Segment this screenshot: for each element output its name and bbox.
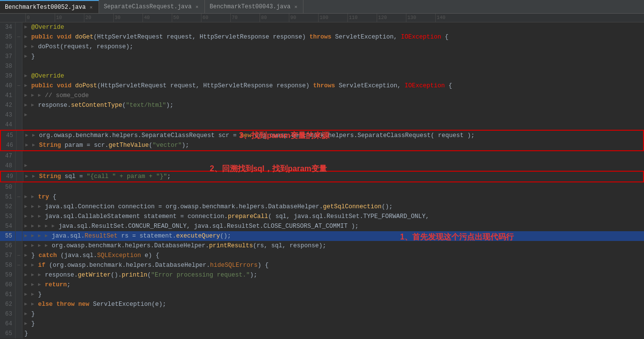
fold-indicator[interactable] bbox=[16, 161, 22, 171]
code-content: response.setContentType("text/html"); bbox=[36, 100, 644, 110]
line-number: 54 bbox=[0, 221, 16, 231]
code-content: return; bbox=[43, 280, 644, 290]
ruler-tick-40: 40 bbox=[142, 14, 172, 22]
fold-indicator[interactable]: — bbox=[16, 81, 22, 91]
fold-indicator[interactable] bbox=[16, 52, 22, 61]
fold-indicator[interactable] bbox=[16, 270, 22, 280]
line-number: 37 bbox=[0, 52, 16, 61]
fold-indicator[interactable] bbox=[16, 319, 22, 329]
fold-indicator[interactable]: — bbox=[16, 32, 22, 42]
code-content: } bbox=[29, 309, 644, 319]
indent-1: ▶ bbox=[22, 231, 29, 241]
ruler-tick-60: 60 bbox=[201, 14, 230, 22]
line-number: 55 bbox=[0, 231, 16, 241]
code-line-65: 65 } bbox=[0, 329, 644, 339]
code-content: java.sql.Connection connection = org.owa… bbox=[43, 202, 644, 212]
code-line-61: 61 ▶ ▶ } bbox=[0, 290, 644, 299]
tab-close-icon[interactable]: ✕ bbox=[293, 3, 298, 10]
fold-indicator[interactable] bbox=[16, 280, 22, 290]
indent-2: ▶ bbox=[29, 280, 36, 290]
fold-indicator[interactable] bbox=[16, 241, 22, 251]
tab-benchmark-43[interactable]: BenchmarkTest00043.java ✕ bbox=[205, 0, 304, 13]
code-content: java.sql.ResultSet.CONCUR_READ_ONLY, jav… bbox=[57, 221, 644, 231]
code-content: } bbox=[22, 329, 644, 339]
code-content bbox=[29, 161, 644, 171]
fold-indicator[interactable] bbox=[16, 42, 22, 52]
indent-4: ▶ bbox=[43, 231, 50, 241]
code-content: java.sql.ResultSet rs = statement.execut… bbox=[50, 231, 644, 241]
ruler-tick-80: 80 bbox=[260, 14, 289, 22]
indent-4: ▶ bbox=[43, 241, 50, 251]
fold-indicator[interactable]: — bbox=[16, 260, 22, 270]
fold-indicator[interactable] bbox=[16, 91, 22, 100]
indent-3: ▶ bbox=[36, 231, 43, 241]
tab-separate-class[interactable]: SeparateClassRequest.java ✕ bbox=[99, 0, 205, 13]
indent-2: ▶ bbox=[30, 131, 37, 140]
code-line-42: 42 ▶ ▶ response.setContentType("text/htm… bbox=[0, 100, 644, 110]
indent-1: ▶ bbox=[22, 221, 29, 231]
code-content: else throw new ServletException(e); bbox=[36, 299, 644, 309]
ruler-tick-70: 70 bbox=[230, 14, 260, 22]
ruler-tick-20: 20 bbox=[84, 14, 113, 22]
line-number: 59 bbox=[0, 270, 16, 280]
fold-indicator[interactable] bbox=[16, 309, 22, 319]
ruler-tick-0: 0 bbox=[25, 14, 55, 22]
ruler-tick-110: 110 bbox=[347, 14, 377, 22]
fold-indicator[interactable] bbox=[17, 140, 23, 150]
code-content: public void doPost(HttpServletRequest re… bbox=[29, 81, 644, 91]
ruler-tick-100: 100 bbox=[318, 14, 347, 22]
fold-indicator[interactable] bbox=[16, 299, 22, 309]
line-number: 64 bbox=[0, 319, 16, 329]
fold-indicator[interactable]: — bbox=[16, 192, 22, 202]
fold-indicator[interactable] bbox=[16, 61, 22, 71]
code-content: public void doGet(HttpServletRequest req… bbox=[29, 32, 644, 42]
fold-indicator[interactable] bbox=[16, 231, 22, 241]
code-content: } bbox=[29, 52, 644, 61]
code-content bbox=[22, 151, 644, 161]
ruler-tick-90: 90 bbox=[289, 14, 318, 22]
fold-indicator[interactable] bbox=[17, 131, 23, 140]
line-number: 44 bbox=[0, 120, 16, 130]
fold-indicator[interactable] bbox=[16, 290, 22, 299]
fold-indicator[interactable] bbox=[16, 110, 22, 120]
fold-indicator[interactable] bbox=[17, 172, 23, 181]
code-line-64: 64 ▶ } bbox=[0, 319, 644, 329]
fold-indicator[interactable]: — bbox=[16, 251, 22, 260]
code-content bbox=[22, 61, 644, 71]
tab-label: BenchmarkTest00043.java bbox=[210, 3, 291, 10]
code-line-51: 51 — ▶ ▶ try { bbox=[0, 192, 644, 202]
fold-indicator[interactable] bbox=[16, 151, 22, 161]
ruler-tick-30: 30 bbox=[113, 14, 142, 22]
fold-indicator[interactable] bbox=[16, 22, 22, 32]
indent-1: ▶ bbox=[22, 299, 29, 309]
ruler-tick-50: 50 bbox=[172, 14, 201, 22]
fold-indicator[interactable] bbox=[16, 100, 22, 110]
indent-1: ▶ bbox=[22, 309, 29, 319]
line-number: 62 bbox=[0, 299, 16, 309]
tab-close-icon[interactable]: ✕ bbox=[89, 4, 94, 11]
line-number: 43 bbox=[0, 110, 16, 120]
code-line-44: 44 bbox=[0, 120, 644, 130]
indent-1: ▶ bbox=[22, 251, 29, 260]
code-content: } bbox=[29, 319, 644, 329]
indent-1: ▶ bbox=[23, 131, 30, 140]
fold-indicator[interactable] bbox=[16, 221, 22, 231]
code-line-40: 40 — ▶ public void doPost(HttpServletReq… bbox=[0, 81, 644, 91]
tab-benchmark-52[interactable]: BenchmarkTest00052.java ✕ bbox=[0, 0, 99, 13]
tab-close-icon[interactable]: ✕ bbox=[195, 3, 200, 10]
line-number: 39 bbox=[0, 71, 16, 81]
ruler-tick-10: 10 bbox=[55, 14, 84, 22]
fold-indicator[interactable] bbox=[16, 202, 22, 212]
code-content: if (org.owasp.benchmark.helpers.Database… bbox=[36, 260, 644, 270]
fold-indicator[interactable] bbox=[16, 71, 22, 81]
fold-indicator[interactable] bbox=[16, 120, 22, 130]
line-number: 41 bbox=[0, 91, 16, 100]
indent-2: ▶ bbox=[29, 192, 36, 202]
indent-2: ▶ bbox=[29, 202, 36, 212]
indent-2: ▶ bbox=[29, 42, 36, 52]
code-line-34: 34 ▶ @Override bbox=[0, 22, 644, 32]
fold-indicator[interactable] bbox=[16, 212, 22, 221]
line-number: 63 bbox=[0, 309, 16, 319]
fold-indicator[interactable] bbox=[16, 329, 22, 339]
fold-indicator[interactable] bbox=[16, 182, 22, 192]
